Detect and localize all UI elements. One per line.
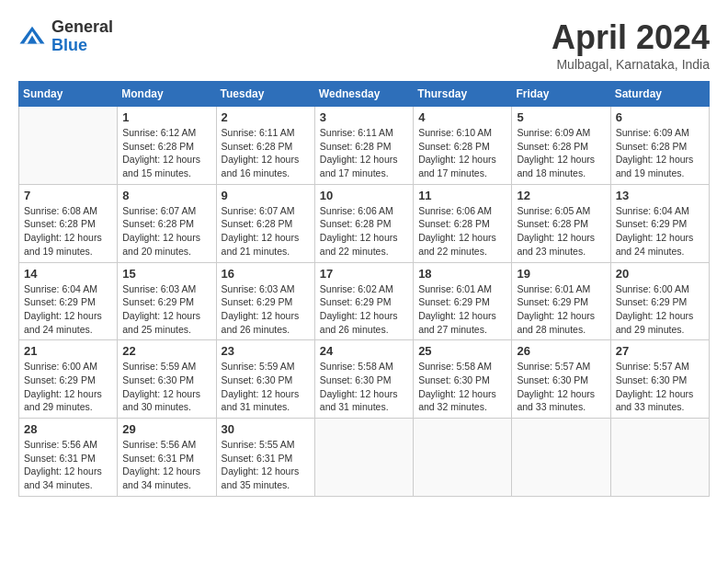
day-info: Sunrise: 6:00 AMSunset: 6:29 PMDaylight:… [616,282,704,337]
day-info: Sunrise: 5:57 AMSunset: 6:30 PMDaylight:… [616,360,704,414]
calendar-cell: 6Sunrise: 6:09 AMSunset: 6:28 PMDaylight… [610,107,709,185]
day-number: 9 [222,189,310,202]
calendar-week-2: 7Sunrise: 6:08 AMSunset: 6:28 PMDaylight… [19,184,710,262]
calendar-cell: 23Sunrise: 5:59 AMSunset: 6:30 PMDayligh… [216,340,314,419]
calendar-week-1: 1Sunrise: 6:12 AMSunset: 6:28 PMDaylight… [19,107,710,185]
calendar-cell: 17Sunrise: 6:02 AMSunset: 6:29 PMDayligh… [314,262,413,340]
day-info: Sunrise: 5:57 AMSunset: 6:30 PMDaylight:… [517,360,605,414]
calendar-header-friday: Friday [512,82,610,107]
day-number: 19 [517,267,605,281]
calendar-cell: 8Sunrise: 6:07 AMSunset: 6:28 PMDaylight… [118,184,216,262]
day-number: 22 [122,344,210,358]
calendar-header-saturday: Saturday [610,82,709,107]
day-number: 8 [122,189,210,202]
day-number: 26 [517,344,605,358]
day-number: 6 [616,110,704,124]
day-info: Sunrise: 6:08 AMSunset: 6:28 PMDaylight:… [24,204,112,259]
day-info: Sunrise: 5:55 AMSunset: 6:31 PMDaylight:… [222,438,310,492]
day-info: Sunrise: 6:12 AMSunset: 6:28 PMDaylight:… [122,126,210,180]
day-info: Sunrise: 6:11 AMSunset: 6:28 PMDaylight:… [222,126,310,180]
calendar-cell: 16Sunrise: 6:03 AMSunset: 6:29 PMDayligh… [216,262,314,340]
calendar-cell: 21Sunrise: 6:00 AMSunset: 6:29 PMDayligh… [19,340,118,419]
calendar-cell: 4Sunrise: 6:10 AMSunset: 6:28 PMDaylight… [414,107,512,185]
logo-icon [18,23,46,51]
day-number: 4 [418,110,506,124]
day-number: 25 [418,344,506,358]
calendar-cell: 29Sunrise: 5:56 AMSunset: 6:31 PMDayligh… [118,419,216,497]
day-info: Sunrise: 5:56 AMSunset: 6:31 PMDaylight:… [122,438,210,492]
day-number: 10 [320,189,408,202]
day-info: Sunrise: 6:10 AMSunset: 6:28 PMDaylight:… [418,126,506,180]
calendar-header-monday: Monday [118,82,216,107]
page-header: General Blue April 2024 Mulbagal, Karnat… [18,18,710,72]
calendar-cell [610,419,709,497]
day-info: Sunrise: 6:09 AMSunset: 6:28 PMDaylight:… [616,126,704,180]
day-info: Sunrise: 5:58 AMSunset: 6:30 PMDaylight:… [320,360,408,414]
day-number: 5 [517,110,605,124]
day-info: Sunrise: 6:00 AMSunset: 6:29 PMDaylight:… [24,360,112,414]
calendar-cell: 2Sunrise: 6:11 AMSunset: 6:28 PMDaylight… [216,107,314,185]
day-number: 27 [616,344,704,358]
calendar-cell [414,419,512,497]
calendar-cell: 25Sunrise: 5:58 AMSunset: 6:30 PMDayligh… [414,340,512,419]
day-info: Sunrise: 6:05 AMSunset: 6:28 PMDaylight:… [517,204,605,259]
day-number: 28 [24,422,112,436]
day-number: 14 [24,267,112,281]
day-info: Sunrise: 6:01 AMSunset: 6:29 PMDaylight:… [418,282,506,337]
logo-general-text: General [51,18,113,37]
day-info: Sunrise: 6:06 AMSunset: 6:28 PMDaylight:… [320,204,408,259]
logo: General Blue [18,18,113,55]
day-info: Sunrise: 6:03 AMSunset: 6:29 PMDaylight:… [222,282,310,337]
calendar-cell: 14Sunrise: 6:04 AMSunset: 6:29 PMDayligh… [19,262,118,340]
title-block: April 2024 Mulbagal, Karnataka, India [552,18,710,72]
calendar-cell [512,419,610,497]
day-info: Sunrise: 5:56 AMSunset: 6:31 PMDaylight:… [24,438,112,492]
day-number: 29 [122,422,210,436]
calendar-header-tuesday: Tuesday [216,82,314,107]
calendar-header-row: SundayMondayTuesdayWednesdayThursdayFrid… [19,82,710,107]
day-info: Sunrise: 6:01 AMSunset: 6:29 PMDaylight:… [517,282,605,337]
calendar-cell: 10Sunrise: 6:06 AMSunset: 6:28 PMDayligh… [314,184,413,262]
calendar-cell: 22Sunrise: 5:59 AMSunset: 6:30 PMDayligh… [118,340,216,419]
day-number: 21 [24,344,112,358]
day-number: 13 [616,189,704,202]
calendar-cell [19,107,118,185]
calendar-week-3: 14Sunrise: 6:04 AMSunset: 6:29 PMDayligh… [19,262,710,340]
day-info: Sunrise: 6:04 AMSunset: 6:29 PMDaylight:… [24,282,112,337]
day-number: 3 [320,110,408,124]
day-info: Sunrise: 6:11 AMSunset: 6:28 PMDaylight:… [320,126,408,180]
day-number: 12 [517,189,605,202]
day-number: 1 [122,110,210,124]
day-number: 16 [222,267,310,281]
calendar-cell: 28Sunrise: 5:56 AMSunset: 6:31 PMDayligh… [19,419,118,497]
calendar-cell: 9Sunrise: 6:07 AMSunset: 6:28 PMDaylight… [216,184,314,262]
calendar-cell: 1Sunrise: 6:12 AMSunset: 6:28 PMDaylight… [118,107,216,185]
calendar-cell: 13Sunrise: 6:04 AMSunset: 6:29 PMDayligh… [610,184,709,262]
day-number: 15 [122,267,210,281]
calendar-cell: 5Sunrise: 6:09 AMSunset: 6:28 PMDaylight… [512,107,610,185]
calendar-cell: 12Sunrise: 6:05 AMSunset: 6:28 PMDayligh… [512,184,610,262]
day-info: Sunrise: 6:02 AMSunset: 6:29 PMDaylight:… [320,282,408,337]
day-number: 20 [616,267,704,281]
calendar-cell [314,419,413,497]
calendar-header-sunday: Sunday [19,82,118,107]
day-info: Sunrise: 6:06 AMSunset: 6:28 PMDaylight:… [418,204,506,259]
day-number: 23 [222,344,310,358]
logo-blue-text: Blue [51,37,113,55]
day-number: 18 [418,267,506,281]
day-number: 30 [222,422,310,436]
calendar-cell: 24Sunrise: 5:58 AMSunset: 6:30 PMDayligh… [314,340,413,419]
day-number: 17 [320,267,408,281]
location-text: Mulbagal, Karnataka, India [552,57,710,72]
day-number: 7 [24,189,112,202]
calendar-header-wednesday: Wednesday [314,82,413,107]
day-info: Sunrise: 6:04 AMSunset: 6:29 PMDaylight:… [616,204,704,259]
calendar-table: SundayMondayTuesdayWednesdayThursdayFrid… [18,81,710,497]
day-number: 11 [418,189,506,202]
day-number: 2 [222,110,310,124]
day-info: Sunrise: 5:58 AMSunset: 6:30 PMDaylight:… [418,360,506,414]
day-info: Sunrise: 5:59 AMSunset: 6:30 PMDaylight:… [222,360,310,414]
calendar-cell: 20Sunrise: 6:00 AMSunset: 6:29 PMDayligh… [610,262,709,340]
calendar-week-4: 21Sunrise: 6:00 AMSunset: 6:29 PMDayligh… [19,340,710,419]
calendar-cell: 11Sunrise: 6:06 AMSunset: 6:28 PMDayligh… [414,184,512,262]
